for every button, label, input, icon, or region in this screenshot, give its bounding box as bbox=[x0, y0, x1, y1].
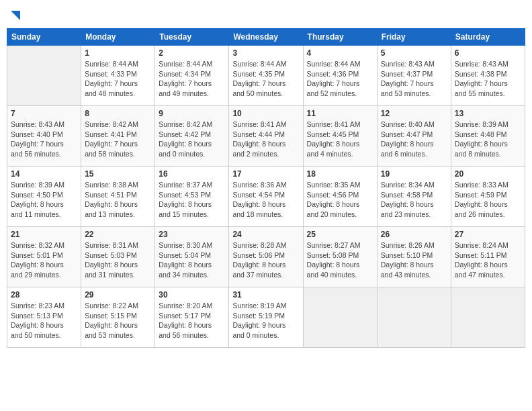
calendar-cell: 28Sunrise: 8:23 AM Sunset: 5:13 PM Dayli… bbox=[7, 287, 81, 348]
col-header-thursday: Thursday bbox=[303, 29, 377, 46]
calendar-cell: 20Sunrise: 8:33 AM Sunset: 4:59 PM Dayli… bbox=[451, 167, 525, 227]
day-number: 7 bbox=[11, 109, 77, 118]
day-info: Sunrise: 8:36 AM Sunset: 4:54 PM Dayligh… bbox=[232, 180, 299, 220]
day-info: Sunrise: 8:39 AM Sunset: 4:48 PM Dayligh… bbox=[455, 120, 521, 159]
day-number: 3 bbox=[232, 48, 299, 58]
calendar-cell bbox=[303, 287, 377, 348]
calendar-cell: 12Sunrise: 8:40 AM Sunset: 4:47 PM Dayli… bbox=[377, 106, 451, 167]
day-info: Sunrise: 8:42 AM Sunset: 4:41 PM Dayligh… bbox=[85, 120, 151, 159]
calendar-cell: 11Sunrise: 8:41 AM Sunset: 4:45 PM Dayli… bbox=[303, 106, 377, 167]
calendar-cell bbox=[451, 287, 525, 348]
day-info: Sunrise: 8:43 AM Sunset: 4:37 PM Dayligh… bbox=[381, 59, 447, 99]
day-number: 11 bbox=[307, 109, 373, 118]
day-info: Sunrise: 8:40 AM Sunset: 4:47 PM Dayligh… bbox=[381, 120, 447, 159]
day-number: 12 bbox=[381, 109, 447, 118]
day-number: 22 bbox=[85, 230, 151, 239]
day-info: Sunrise: 8:44 AM Sunset: 4:36 PM Dayligh… bbox=[307, 59, 373, 99]
calendar-cell: 16Sunrise: 8:37 AM Sunset: 4:53 PM Dayli… bbox=[155, 167, 229, 227]
day-info: Sunrise: 8:23 AM Sunset: 5:13 PM Dayligh… bbox=[11, 301, 77, 340]
day-number: 21 bbox=[11, 230, 77, 239]
day-number: 20 bbox=[455, 169, 521, 179]
day-number: 25 bbox=[307, 230, 373, 239]
day-info: Sunrise: 8:38 AM Sunset: 4:51 PM Dayligh… bbox=[85, 180, 151, 220]
calendar-cell: 30Sunrise: 8:20 AM Sunset: 5:17 PM Dayli… bbox=[155, 287, 229, 348]
calendar-cell: 13Sunrise: 8:39 AM Sunset: 4:48 PM Dayli… bbox=[451, 106, 525, 167]
day-number: 28 bbox=[11, 290, 77, 300]
day-number: 1 bbox=[85, 48, 151, 58]
day-info: Sunrise: 8:33 AM Sunset: 4:59 PM Dayligh… bbox=[455, 180, 521, 220]
calendar-week-row: 1Sunrise: 8:44 AM Sunset: 4:33 PM Daylig… bbox=[7, 46, 525, 106]
calendar-table: SundayMondayTuesdayWednesdayThursdayFrid… bbox=[7, 28, 525, 348]
col-header-saturday: Saturday bbox=[451, 29, 525, 46]
day-number: 13 bbox=[455, 109, 521, 118]
calendar-week-row: 21Sunrise: 8:32 AM Sunset: 5:01 PM Dayli… bbox=[7, 227, 525, 287]
calendar-cell: 15Sunrise: 8:38 AM Sunset: 4:51 PM Dayli… bbox=[81, 167, 155, 227]
calendar-cell: 10Sunrise: 8:41 AM Sunset: 4:44 PM Dayli… bbox=[229, 106, 303, 167]
calendar-cell: 5Sunrise: 8:43 AM Sunset: 4:37 PM Daylig… bbox=[377, 46, 451, 106]
day-number: 14 bbox=[11, 169, 77, 179]
day-info: Sunrise: 8:41 AM Sunset: 4:44 PM Dayligh… bbox=[232, 120, 299, 159]
calendar-week-row: 7Sunrise: 8:43 AM Sunset: 4:40 PM Daylig… bbox=[7, 106, 525, 167]
calendar-cell: 9Sunrise: 8:42 AM Sunset: 4:42 PM Daylig… bbox=[155, 106, 229, 167]
calendar-cell: 31Sunrise: 8:19 AM Sunset: 5:19 PM Dayli… bbox=[229, 287, 303, 348]
calendar-cell: 3Sunrise: 8:44 AM Sunset: 4:35 PM Daylig… bbox=[229, 46, 303, 106]
day-info: Sunrise: 8:44 AM Sunset: 4:34 PM Dayligh… bbox=[159, 59, 225, 99]
day-info: Sunrise: 8:31 AM Sunset: 5:03 PM Dayligh… bbox=[85, 240, 151, 280]
calendar-cell: 17Sunrise: 8:36 AM Sunset: 4:54 PM Dayli… bbox=[229, 167, 303, 227]
col-header-sunday: Sunday bbox=[7, 29, 81, 46]
day-number: 6 bbox=[455, 48, 521, 58]
day-info: Sunrise: 8:43 AM Sunset: 4:40 PM Dayligh… bbox=[11, 120, 77, 159]
calendar-cell: 25Sunrise: 8:27 AM Sunset: 5:08 PM Dayli… bbox=[303, 227, 377, 287]
day-number: 8 bbox=[85, 109, 151, 118]
day-info: Sunrise: 8:44 AM Sunset: 4:35 PM Dayligh… bbox=[232, 59, 299, 99]
calendar-cell: 18Sunrise: 8:35 AM Sunset: 4:56 PM Dayli… bbox=[303, 167, 377, 227]
calendar-cell: 24Sunrise: 8:28 AM Sunset: 5:06 PM Dayli… bbox=[229, 227, 303, 287]
day-number: 15 bbox=[85, 169, 151, 179]
day-info: Sunrise: 8:27 AM Sunset: 5:08 PM Dayligh… bbox=[307, 240, 373, 280]
calendar-cell: 26Sunrise: 8:26 AM Sunset: 5:10 PM Dayli… bbox=[377, 227, 451, 287]
calendar-cell: 21Sunrise: 8:32 AM Sunset: 5:01 PM Dayli… bbox=[7, 227, 81, 287]
calendar-cell: 8Sunrise: 8:42 AM Sunset: 4:41 PM Daylig… bbox=[81, 106, 155, 167]
day-info: Sunrise: 8:39 AM Sunset: 4:50 PM Dayligh… bbox=[11, 180, 77, 220]
day-info: Sunrise: 8:37 AM Sunset: 4:53 PM Dayligh… bbox=[159, 180, 225, 220]
svg-marker-0 bbox=[11, 11, 20, 20]
col-header-tuesday: Tuesday bbox=[155, 29, 229, 46]
day-info: Sunrise: 8:30 AM Sunset: 5:04 PM Dayligh… bbox=[159, 240, 225, 280]
day-info: Sunrise: 8:41 AM Sunset: 4:45 PM Dayligh… bbox=[307, 120, 373, 159]
day-number: 29 bbox=[85, 290, 151, 300]
col-header-wednesday: Wednesday bbox=[229, 29, 303, 46]
calendar-cell: 23Sunrise: 8:30 AM Sunset: 5:04 PM Dayli… bbox=[155, 227, 229, 287]
day-number: 18 bbox=[307, 169, 373, 179]
calendar-cell: 4Sunrise: 8:44 AM Sunset: 4:36 PM Daylig… bbox=[303, 46, 377, 106]
calendar-cell bbox=[7, 46, 81, 106]
calendar-cell: 22Sunrise: 8:31 AM Sunset: 5:03 PM Dayli… bbox=[81, 227, 155, 287]
day-number: 9 bbox=[159, 109, 225, 118]
day-number: 19 bbox=[381, 169, 447, 179]
calendar-cell: 1Sunrise: 8:44 AM Sunset: 4:33 PM Daylig… bbox=[81, 46, 155, 106]
day-number: 26 bbox=[381, 230, 447, 239]
day-info: Sunrise: 8:28 AM Sunset: 5:06 PM Dayligh… bbox=[232, 240, 299, 280]
day-number: 4 bbox=[307, 48, 373, 58]
day-number: 17 bbox=[232, 169, 299, 179]
day-info: Sunrise: 8:24 AM Sunset: 5:11 PM Dayligh… bbox=[455, 240, 521, 280]
day-number: 23 bbox=[159, 230, 225, 239]
calendar-header-row: SundayMondayTuesdayWednesdayThursdayFrid… bbox=[7, 29, 525, 46]
day-number: 2 bbox=[159, 48, 225, 58]
day-number: 16 bbox=[159, 169, 225, 179]
day-info: Sunrise: 8:43 AM Sunset: 4:38 PM Dayligh… bbox=[455, 59, 521, 99]
day-number: 24 bbox=[232, 230, 299, 239]
day-info: Sunrise: 8:26 AM Sunset: 5:10 PM Dayligh… bbox=[381, 240, 447, 280]
day-number: 10 bbox=[232, 109, 299, 118]
calendar-week-row: 28Sunrise: 8:23 AM Sunset: 5:13 PM Dayli… bbox=[7, 287, 525, 348]
calendar-cell: 27Sunrise: 8:24 AM Sunset: 5:11 PM Dayli… bbox=[451, 227, 525, 287]
day-number: 27 bbox=[455, 230, 521, 239]
calendar-cell: 6Sunrise: 8:43 AM Sunset: 4:38 PM Daylig… bbox=[451, 46, 525, 106]
day-info: Sunrise: 8:35 AM Sunset: 4:56 PM Dayligh… bbox=[307, 180, 373, 220]
calendar-cell: 29Sunrise: 8:22 AM Sunset: 5:15 PM Dayli… bbox=[81, 287, 155, 348]
day-info: Sunrise: 8:20 AM Sunset: 5:17 PM Dayligh… bbox=[159, 301, 225, 340]
calendar-cell: 14Sunrise: 8:39 AM Sunset: 4:50 PM Dayli… bbox=[7, 167, 81, 227]
day-info: Sunrise: 8:34 AM Sunset: 4:58 PM Dayligh… bbox=[381, 180, 447, 220]
day-info: Sunrise: 8:32 AM Sunset: 5:01 PM Dayligh… bbox=[11, 240, 77, 280]
calendar-cell: 2Sunrise: 8:44 AM Sunset: 4:34 PM Daylig… bbox=[155, 46, 229, 106]
page-header bbox=[7, 7, 525, 24]
